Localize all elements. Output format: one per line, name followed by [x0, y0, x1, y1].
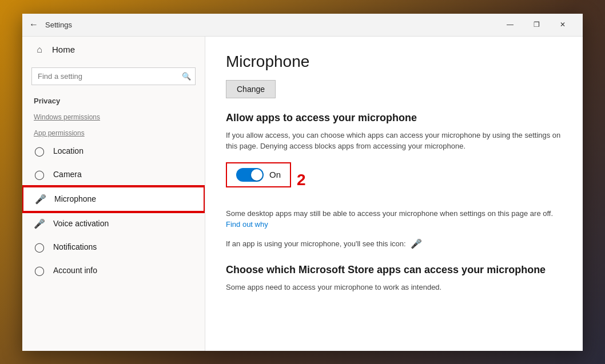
mic-small-icon: 🎤	[411, 238, 422, 249]
home-icon: ⌂	[34, 45, 45, 55]
icon-note-text: If an app is using your microphone, you'…	[226, 239, 406, 248]
toggle-switch[interactable]	[236, 168, 264, 182]
sidebar-item-home[interactable]: ⌂ Home	[22, 37, 205, 63]
location-icon: ◯	[34, 146, 45, 157]
sidebar-item-account[interactable]: ◯ Account info	[22, 259, 205, 282]
toggle-label: On	[269, 170, 281, 179]
find-out-why-link[interactable]: Find out why	[226, 220, 268, 229]
toggle-container[interactable]: On	[226, 162, 291, 187]
camera-icon: ◯	[34, 169, 45, 180]
minimize-button[interactable]: —	[497, 15, 523, 34]
microphone-sidebar-icon: 🎤	[35, 194, 46, 205]
search-input[interactable]	[31, 67, 196, 85]
home-label: Home	[52, 45, 75, 54]
maximize-button[interactable]: ❐	[523, 15, 550, 34]
notifications-icon: ◯	[34, 242, 45, 253]
voice-icon: 🎤	[34, 218, 45, 229]
app-permissions-label[interactable]: App permissions	[22, 123, 205, 139]
page-title: Microphone	[226, 53, 562, 71]
window-controls: — ❐ ✕	[497, 15, 576, 34]
windows-permissions-label[interactable]: Windows permissions	[22, 107, 205, 123]
desktop-note: Some desktop apps may still be able to a…	[226, 208, 558, 230]
account-icon: ◯	[34, 265, 45, 276]
allow-section-desc: If you allow access, you can choose whic…	[226, 130, 562, 152]
sidebar-item-microphone[interactable]: 🎤 Microphone 1	[22, 186, 205, 212]
sidebar-item-voice-label: Voice activation	[53, 219, 109, 228]
choose-section-title: Choose which Microsoft Store apps can ac…	[226, 263, 546, 277]
sidebar-item-microphone-label: Microphone	[54, 194, 96, 203]
window-content: ⌂ Home 🔍 Privacy Windows permissions App…	[22, 37, 583, 351]
allow-section-title: Allow apps to access your microphone	[226, 112, 562, 124]
sidebar-item-voice[interactable]: 🎤 Voice activation	[22, 212, 205, 235]
annotation-2: 2	[297, 171, 306, 189]
back-button[interactable]: ←	[29, 19, 38, 30]
search-icon: 🔍	[182, 72, 191, 81]
change-button[interactable]: Change	[226, 80, 276, 98]
icon-note: If an app is using your microphone, you'…	[226, 238, 562, 249]
choose-section-desc: Some apps need to access your microphone…	[226, 282, 562, 293]
privacy-section-label: Privacy	[22, 92, 205, 107]
sidebar-item-notifications-label: Notifications	[53, 242, 97, 251]
sidebar-item-location-label: Location	[53, 146, 83, 155]
sidebar-item-location[interactable]: ◯ Location	[22, 139, 205, 163]
sidebar-item-notifications[interactable]: ◯ Notifications	[22, 235, 205, 259]
sidebar-item-account-label: Account info	[53, 266, 97, 275]
main-content: Microphone Change Allow apps to access y…	[205, 37, 583, 351]
sidebar-item-camera[interactable]: ◯ Camera	[22, 163, 205, 186]
search-box: 🔍	[31, 67, 196, 85]
toggle-knob	[251, 169, 262, 181]
sidebar: ⌂ Home 🔍 Privacy Windows permissions App…	[22, 37, 205, 351]
close-button[interactable]: ✕	[550, 15, 576, 34]
titlebar: ← Settings — ❐ ✕	[22, 14, 583, 37]
settings-window: ← Settings — ❐ ✕ ⌂ Home 🔍 Privacy Window…	[22, 14, 583, 351]
sidebar-item-camera-label: Camera	[53, 170, 82, 179]
window-title: Settings	[45, 21, 497, 29]
